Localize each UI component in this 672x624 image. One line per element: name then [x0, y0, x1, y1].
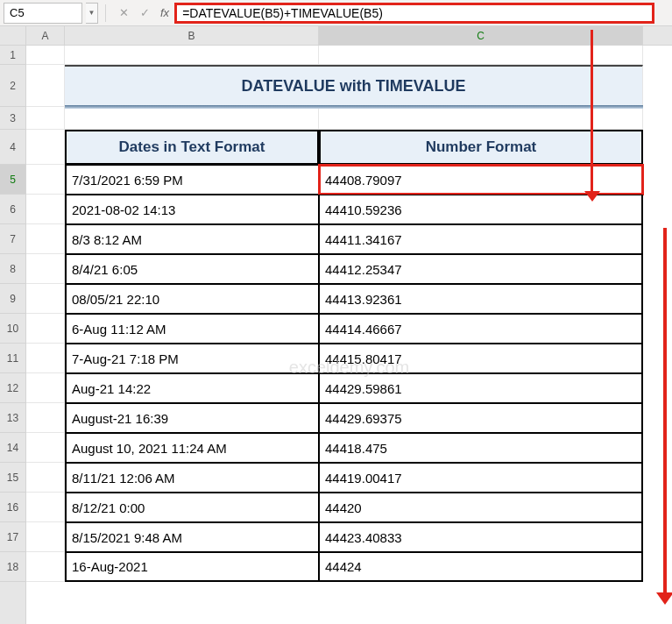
cell[interactable] [26, 46, 65, 65]
fx-icon[interactable]: fx [160, 6, 169, 19]
cell[interactable] [26, 433, 65, 463]
table-cell[interactable]: 2021-08-02 14:13 [65, 195, 319, 224]
row-header[interactable]: 15 [0, 463, 25, 493]
cell[interactable] [26, 463, 65, 493]
row-header[interactable]: 9 [0, 284, 25, 314]
header-number[interactable]: Number Format [319, 130, 643, 165]
row-headers: 1 2 3 4 5 6 7 8 9 10 11 12 13 14 15 16 1… [0, 26, 26, 624]
cell[interactable] [26, 493, 65, 522]
table-cell[interactable]: 44420 [319, 493, 643, 522]
annotation-arrow-icon [591, 30, 593, 193]
table-cell[interactable]: August 10, 2021 11:24 AM [65, 433, 319, 463]
header-dates[interactable]: Dates in Text Format [65, 130, 319, 165]
title-cell[interactable]: DATEVALUE with TIMEVALUE [65, 65, 643, 107]
row-header[interactable]: 6 [0, 195, 25, 224]
row-header[interactable]: 14 [0, 433, 25, 463]
table-cell[interactable]: 44414.46667 [319, 314, 643, 344]
table-cell[interactable]: 8/11/21 12:06 AM [65, 463, 319, 493]
enter-icon[interactable]: ✓ [134, 6, 155, 19]
grid: A B C DATEVALUE with TIMEVALUE Dat [26, 26, 672, 624]
cell[interactable] [26, 107, 65, 130]
table-cell[interactable]: 6-Aug 11:12 AM [65, 314, 319, 344]
cell[interactable] [26, 314, 65, 344]
cell[interactable] [319, 46, 643, 65]
row-header[interactable]: 2 [0, 65, 25, 107]
table-cell[interactable]: 7/31/2021 6:59 PM [65, 165, 319, 195]
col-header[interactable]: A [26, 26, 65, 45]
column-headers: A B C [26, 26, 672, 46]
row-header[interactable]: 18 [0, 552, 25, 582]
row-header[interactable]: 4 [0, 130, 25, 165]
annotation-arrow-icon [663, 228, 667, 596]
table-cell[interactable]: 44419.00417 [319, 463, 643, 493]
table-cell[interactable]: 08/05/21 22:10 [65, 284, 319, 314]
cell[interactable] [26, 165, 65, 195]
row-header[interactable]: 8 [0, 254, 25, 284]
table-cell[interactable]: 44429.59861 [319, 373, 643, 403]
row-header[interactable]: 13 [0, 403, 25, 433]
cell[interactable] [26, 373, 65, 403]
cell[interactable] [26, 65, 65, 107]
table-cell[interactable]: August-21 16:39 [65, 403, 319, 433]
cell[interactable] [65, 107, 319, 130]
table-cell[interactable]: 8/15/2021 9:48 AM [65, 522, 319, 552]
title-underline [65, 105, 643, 109]
divider [105, 4, 106, 22]
select-all-corner[interactable] [0, 26, 25, 46]
table-cell[interactable]: 44413.92361 [319, 284, 643, 314]
col-header[interactable]: C [319, 26, 643, 45]
table-cell[interactable]: 8/4/21 6:05 [65, 254, 319, 284]
table-cell[interactable]: 44412.25347 [319, 254, 643, 284]
name-box-dropdown-icon[interactable]: ▼ [86, 3, 98, 24]
table-cell-selected[interactable]: 44408.79097 [319, 165, 643, 195]
name-box[interactable]: C5 [4, 3, 82, 24]
table-cell[interactable]: 44415.80417 [319, 344, 643, 373]
table-cell[interactable]: 16-Aug-2021 [65, 552, 319, 582]
cell[interactable] [319, 107, 643, 130]
cell[interactable] [26, 403, 65, 433]
row-header[interactable]: 16 [0, 493, 25, 522]
formula-input[interactable]: =DATEVALUE(B5)+TIMEVALUE(B5) [174, 3, 654, 24]
row-header[interactable]: 11 [0, 344, 25, 373]
row-header[interactable]: 5 [0, 165, 25, 195]
cell[interactable] [26, 552, 65, 582]
formula-bar: C5 ▼ ✕ ✓ fx =DATEVALUE(B5)+TIMEVALUE(B5) [0, 0, 672, 26]
cell[interactable] [26, 224, 65, 254]
table-cell[interactable]: 44411.34167 [319, 224, 643, 254]
table-cell[interactable]: 44423.40833 [319, 522, 643, 552]
cell[interactable] [26, 344, 65, 373]
col-header[interactable]: B [65, 26, 319, 45]
cell[interactable] [65, 46, 319, 65]
row-header[interactable]: 3 [0, 107, 25, 130]
row-header[interactable]: 17 [0, 522, 25, 552]
cell[interactable] [26, 130, 65, 165]
sheet-area: 1 2 3 4 5 6 7 8 9 10 11 12 13 14 15 16 1… [0, 26, 672, 624]
cell[interactable] [26, 195, 65, 224]
table-cell[interactable]: 7-Aug-21 7:18 PM [65, 344, 319, 373]
cancel-icon[interactable]: ✕ [113, 6, 134, 19]
table-cell[interactable]: 44424 [319, 552, 643, 582]
table-cell[interactable]: 44418.475 [319, 433, 643, 463]
cell[interactable] [26, 522, 65, 552]
cell[interactable] [26, 284, 65, 314]
table-cell[interactable]: Aug-21 14:22 [65, 373, 319, 403]
table-cell[interactable]: 44429.69375 [319, 403, 643, 433]
row-header[interactable]: 7 [0, 224, 25, 254]
table-cell[interactable]: 8/3 8:12 AM [65, 224, 319, 254]
table-cell[interactable]: 8/12/21 0:00 [65, 493, 319, 522]
row-header[interactable]: 10 [0, 314, 25, 344]
cell[interactable] [26, 254, 65, 284]
row-header[interactable]: 1 [0, 46, 25, 65]
row-header[interactable]: 12 [0, 373, 25, 403]
